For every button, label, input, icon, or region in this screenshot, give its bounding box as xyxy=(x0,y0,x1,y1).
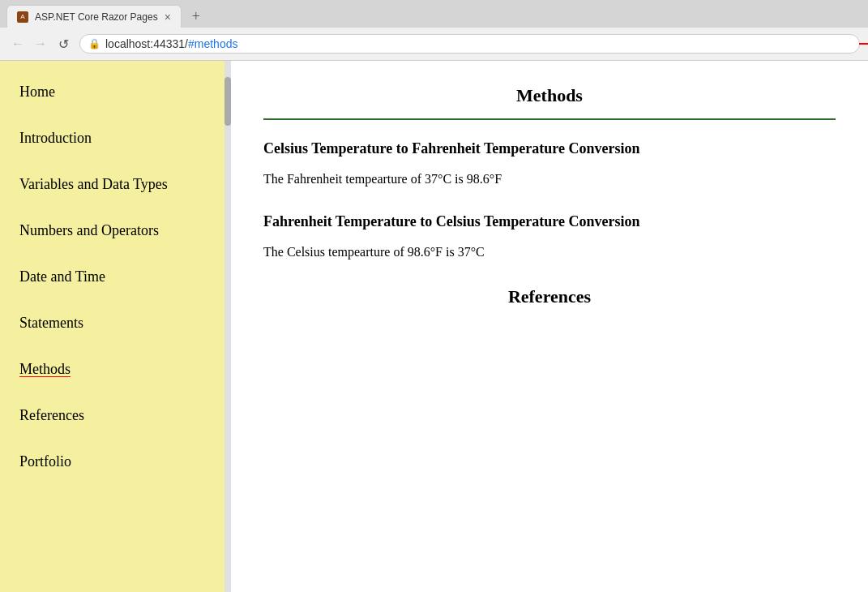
url-bar[interactable]: 🔒 localhost:44331/#methods xyxy=(79,34,860,54)
sidebar-scroll-thumb[interactable] xyxy=(224,77,231,126)
sidebar: Home Introduction Variables and Data Typ… xyxy=(0,61,231,592)
close-tab-button[interactable]: × xyxy=(165,11,171,23)
tab-favicon: A xyxy=(17,11,28,23)
sidebar-item-datetime[interactable]: Date and Time xyxy=(16,254,215,300)
sidebar-item-numbers[interactable]: Numbers and Operators xyxy=(16,208,215,254)
section1-text: The Fahrenheit tempearture of 37°C is 98… xyxy=(263,169,836,189)
section1-title: Celsius Temperature to Fahrenheit Temper… xyxy=(263,140,836,157)
sidebar-item-statements[interactable]: Statements xyxy=(16,300,215,346)
reload-button[interactable]: ↺ xyxy=(53,34,73,54)
sidebar-nav: Home Introduction Variables and Data Typ… xyxy=(0,69,231,485)
browser-chrome: A ASP.NET Core Razor Pages × + ← → ↺ 🔒 l… xyxy=(0,0,868,61)
page-container: Home Introduction Variables and Data Typ… xyxy=(0,61,868,592)
green-divider xyxy=(263,118,836,120)
sidebar-item-portfolio[interactable]: Portfolio xyxy=(16,439,215,485)
tab-title: ASP.NET Core Razor Pages xyxy=(35,11,158,23)
nav-buttons: ← → ↺ xyxy=(8,34,73,54)
url-base: localhost:44331/ xyxy=(105,37,188,50)
new-tab-button[interactable]: + xyxy=(185,5,207,28)
tab-bar: A ASP.NET Core Razor Pages × + xyxy=(0,0,868,28)
main-content: Methods Celsius Temperature to Fahrenhei… xyxy=(231,61,868,592)
sidebar-item-references[interactable]: References xyxy=(16,393,215,439)
red-arrow xyxy=(859,34,868,54)
back-button[interactable]: ← xyxy=(8,34,28,54)
lock-icon: 🔒 xyxy=(88,38,100,50)
section2-title: Fahrenheit Temperature to Celsius Temper… xyxy=(263,213,836,230)
sidebar-item-methods[interactable]: Methods xyxy=(16,346,215,393)
sidebar-scrollbar[interactable] xyxy=(224,61,231,592)
references-heading: References xyxy=(263,286,836,307)
address-bar: ← → ↺ 🔒 localhost:44331/#methods xyxy=(0,28,868,60)
sidebar-item-introduction[interactable]: Introduction xyxy=(16,115,215,161)
sidebar-item-home[interactable]: Home xyxy=(16,69,215,115)
url-text: localhost:44331/#methods xyxy=(105,37,851,50)
active-tab[interactable]: A ASP.NET Core Razor Pages × xyxy=(6,5,182,28)
section2-text: The Celsius tempearture of 98.6°F is 37°… xyxy=(263,242,836,262)
page-heading: Methods xyxy=(263,77,836,106)
sidebar-item-variables[interactable]: Variables and Data Types xyxy=(16,161,215,208)
url-hash: #methods xyxy=(188,37,237,50)
forward-button[interactable]: → xyxy=(31,34,50,54)
